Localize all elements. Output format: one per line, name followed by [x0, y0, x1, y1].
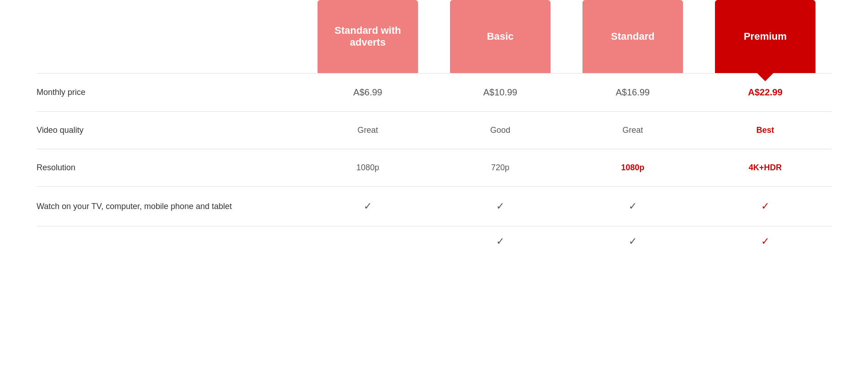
plan-label-standard: Standard — [611, 31, 654, 42]
plan-label-premium: Premium — [744, 31, 787, 42]
plan-header-basic: Basic — [434, 0, 566, 73]
plan-card-basic[interactable]: Basic — [450, 0, 550, 73]
watch-devices-row: Watch on your TV, computer, mobile phone… — [37, 186, 831, 226]
plan-header-premium: Premium — [699, 0, 831, 73]
checkmark-bottom-premium: ✓ — [761, 236, 769, 247]
bottom-val-2: ✓ — [434, 236, 566, 247]
header-row: Standard with adverts Basic Standard Pre… — [37, 0, 831, 73]
watch-devices-standard: ✓ — [566, 200, 699, 212]
plan-label-standard-adverts: Standard with adverts — [327, 25, 409, 48]
video-quality-label: Video quality — [37, 126, 302, 135]
price-basic: A$10.99 — [434, 87, 566, 98]
resolution-standard-adverts: 1080p — [302, 163, 434, 173]
video-quality-basic: Good — [434, 126, 566, 135]
video-quality-standard: Great — [566, 126, 699, 135]
bottom-val-4: ✓ — [699, 236, 831, 247]
monthly-price-label: Monthly price — [37, 88, 302, 97]
watch-devices-basic: ✓ — [434, 200, 566, 212]
price-standard: A$16.99 — [566, 87, 699, 98]
checkmark-bottom-standard: ✓ — [629, 236, 637, 247]
resolution-basic: 720p — [434, 163, 566, 173]
video-quality-row: Video quality Great Good Great Best — [37, 111, 831, 149]
plan-card-standard[interactable]: Standard — [582, 0, 683, 73]
watch-devices-standard-adverts: ✓ — [302, 200, 434, 212]
video-quality-standard-adverts: Great — [302, 126, 434, 135]
resolution-label: Resolution — [37, 163, 302, 173]
checkmark-standard-adverts: ✓ — [364, 200, 372, 212]
checkmark-basic: ✓ — [496, 200, 504, 212]
price-premium: A$22.99 — [699, 87, 831, 98]
price-standard-adverts: A$6.99 — [302, 87, 434, 98]
monthly-price-row: Monthly price A$6.99 A$10.99 A$16.99 A$2… — [37, 73, 831, 111]
watch-devices-premium: ✓ — [699, 200, 831, 212]
plan-header-standard: Standard — [566, 0, 699, 73]
bottom-partial-row: ✓ ✓ ✓ — [37, 226, 831, 247]
plan-label-basic: Basic — [487, 31, 514, 42]
video-quality-premium: Best — [699, 126, 831, 135]
plan-header-standard-adverts: Standard with adverts — [302, 0, 434, 73]
bottom-val-3: ✓ — [566, 236, 699, 247]
resolution-row: Resolution 1080p 720p 1080p 4K+HDR — [37, 149, 831, 186]
checkmark-premium: ✓ — [761, 200, 769, 212]
resolution-premium: 4K+HDR — [699, 163, 831, 173]
resolution-standard: 1080p — [566, 163, 699, 173]
checkmark-bottom-basic: ✓ — [496, 236, 504, 247]
plan-card-standard-adverts[interactable]: Standard with adverts — [318, 0, 418, 73]
watch-devices-label: Watch on your TV, computer, mobile phone… — [37, 202, 302, 211]
plan-card-premium[interactable]: Premium — [715, 0, 815, 73]
comparison-table: Standard with adverts Basic Standard Pre… — [0, 0, 868, 247]
checkmark-standard: ✓ — [629, 200, 637, 212]
